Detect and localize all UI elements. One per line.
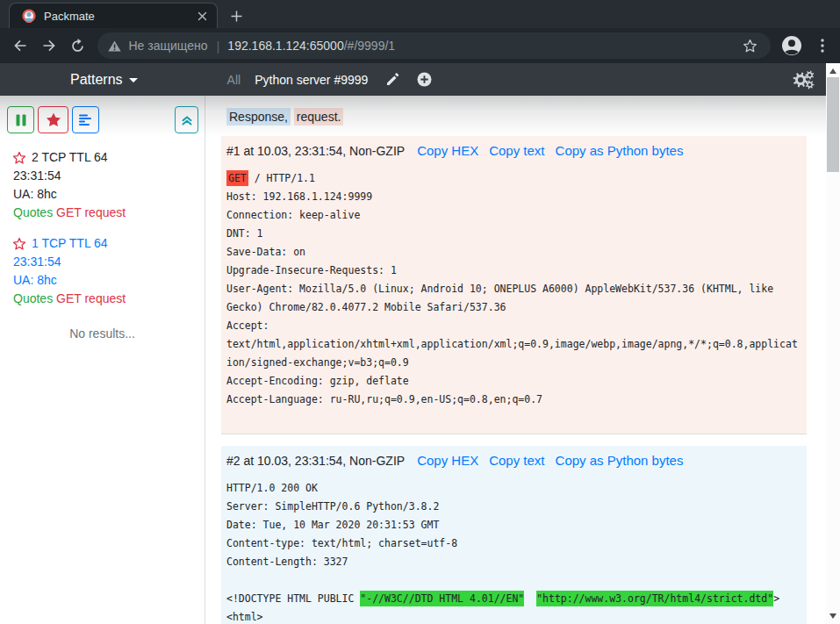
pattern-tag-red[interactable]: GET request — [56, 205, 126, 219]
new-tab-button[interactable] — [225, 4, 248, 27]
packet-header-text: #1 at 10.03, 23:31:54, Non-GZIP — [226, 144, 405, 158]
pattern-tag-green[interactable]: Quotes — [13, 291, 53, 305]
settings-gears-icon[interactable] — [793, 70, 815, 90]
collapse-all-button[interactable] — [175, 106, 198, 133]
legend-request: request. — [294, 108, 344, 126]
scroll-up-arrow[interactable] — [826, 65, 840, 77]
scrollbar-thumb[interactable] — [827, 77, 839, 172]
highlight-found: "http://www.w3.org/TR/html4/strict.dtd" — [536, 591, 773, 606]
patterns-label: Patterns — [70, 72, 123, 88]
favorite-star-icon[interactable] — [12, 237, 26, 251]
nav-item-all[interactable]: All — [227, 73, 241, 87]
browser-menu-icon[interactable] — [810, 33, 835, 58]
url-text[interactable]: 192.168.1.124:65000/#/9999/1 — [227, 39, 736, 53]
tab-title: Packmate — [44, 10, 194, 23]
pattern-tag-red[interactable]: GET request — [56, 291, 126, 305]
scroll-down-arrow[interactable] — [826, 610, 840, 622]
no-results-text: No results... — [0, 325, 205, 343]
copy-action-link[interactable]: Copy as Python bytes — [556, 453, 684, 468]
back-button[interactable] — [8, 33, 32, 58]
bookmark-star-icon[interactable] — [737, 33, 762, 58]
browser-tab[interactable]: Packmate — [9, 3, 218, 28]
packet-header: #1 at 10.03, 23:31:54, Non-GZIPCopy HEXC… — [226, 143, 801, 159]
stream-time: 23:31:54 — [13, 167, 196, 185]
stream-ua: UA: 8hc — [13, 271, 196, 290]
packmate-app: Patterns All Python server #9999 — [0, 63, 840, 624]
page-body: 2 TCP TTL 6423:31:54UA: 8hcQuotes GET re… — [0, 96, 826, 624]
packet-body: HTTP/1.0 200 OK Server: SimpleHTTP/0.6 P… — [226, 479, 801, 624]
address-separator: | — [216, 39, 219, 54]
copy-action-link[interactable]: Copy HEX — [417, 453, 478, 468]
nav-item-service[interactable]: Python server #9999 — [255, 73, 368, 87]
stream-view: Response, request. #1 at 10.03, 23:31:54… — [205, 96, 826, 624]
address-bar[interactable]: Не защищено | 192.168.1.124:65000/#/9999… — [97, 32, 771, 59]
stream-title[interactable]: 2 TCP TTL 64 — [32, 148, 108, 167]
stream-title[interactable]: 1 TCP TTL 64 — [32, 234, 108, 253]
profile-avatar-icon[interactable] — [779, 33, 804, 58]
highlight-match: GET — [226, 170, 248, 186]
packet-body: GET / HTTP/1.1 Host: 192.168.1.124:9999 … — [226, 169, 801, 409]
legend: Response, request. — [226, 110, 826, 124]
stream-tags: Quotes GET request — [13, 204, 196, 222]
packet-list: #1 at 10.03, 23:31:54, Non-GZIPCopy HEXC… — [221, 136, 826, 624]
favorites-filter-button[interactable] — [38, 106, 68, 133]
browser-tab-strip: Packmate — [0, 0, 840, 28]
stream-list: 2 TCP TTL 6423:31:54UA: 8hcQuotes GET re… — [0, 148, 205, 343]
pause-button[interactable] — [7, 106, 34, 133]
stream-list-item[interactable]: 2 TCP TTL 6423:31:54UA: 8hcQuotes GET re… — [0, 148, 205, 222]
text-filter-button[interactable] — [72, 106, 99, 133]
stream-time: 23:31:54 — [13, 253, 196, 271]
edit-service-icon[interactable] — [385, 72, 400, 87]
copy-action-link[interactable]: Copy text — [489, 143, 544, 158]
patterns-dropdown[interactable]: Patterns — [70, 72, 138, 88]
add-service-icon[interactable] — [417, 72, 432, 87]
app-navbar: Patterns All Python server #9999 — [0, 63, 826, 96]
security-label: Не защищено — [128, 39, 207, 53]
favorite-star-icon[interactable] — [12, 151, 26, 165]
page-scrollbar[interactable] — [826, 63, 840, 624]
highlight-found: "-//W3C//DTD HTML 4.01//EN" — [360, 591, 524, 606]
packet-req: #1 at 10.03, 23:31:54, Non-GZIPCopy HEXC… — [221, 136, 807, 434]
copy-action-link[interactable]: Copy text — [489, 453, 544, 468]
sidebar-toolbar — [7, 106, 198, 133]
legend-response: Response, — [226, 108, 291, 126]
pattern-tag-green[interactable]: Quotes — [13, 205, 53, 219]
packet-header: #2 at 10.03, 23:31:54, Non-GZIPCopy HEXC… — [226, 453, 801, 469]
favicon — [22, 9, 36, 23]
tab-close-icon[interactable] — [194, 8, 210, 24]
packet-header-text: #2 at 10.03, 23:31:54, Non-GZIP — [226, 454, 405, 468]
security-warning-icon[interactable] — [108, 40, 121, 52]
chevron-down-icon — [129, 78, 138, 82]
packet-res: #2 at 10.03, 23:31:54, Non-GZIPCopy HEXC… — [221, 446, 807, 624]
reload-button[interactable] — [66, 33, 90, 58]
forward-button[interactable] — [37, 33, 61, 58]
browser-toolbar: Не защищено | 192.168.1.124:65000/#/9999… — [0, 28, 840, 63]
copy-action-link[interactable]: Copy as Python bytes — [556, 143, 684, 158]
stream-sidebar: 2 TCP TTL 6423:31:54UA: 8hcQuotes GET re… — [0, 96, 205, 624]
stream-list-item[interactable]: 1 TCP TTL 6423:31:54UA: 8hcQuotes GET re… — [0, 234, 205, 308]
stream-tags: Quotes GET request — [13, 290, 196, 308]
copy-action-link[interactable]: Copy HEX — [417, 143, 478, 158]
stream-ua: UA: 8hc — [13, 185, 196, 204]
